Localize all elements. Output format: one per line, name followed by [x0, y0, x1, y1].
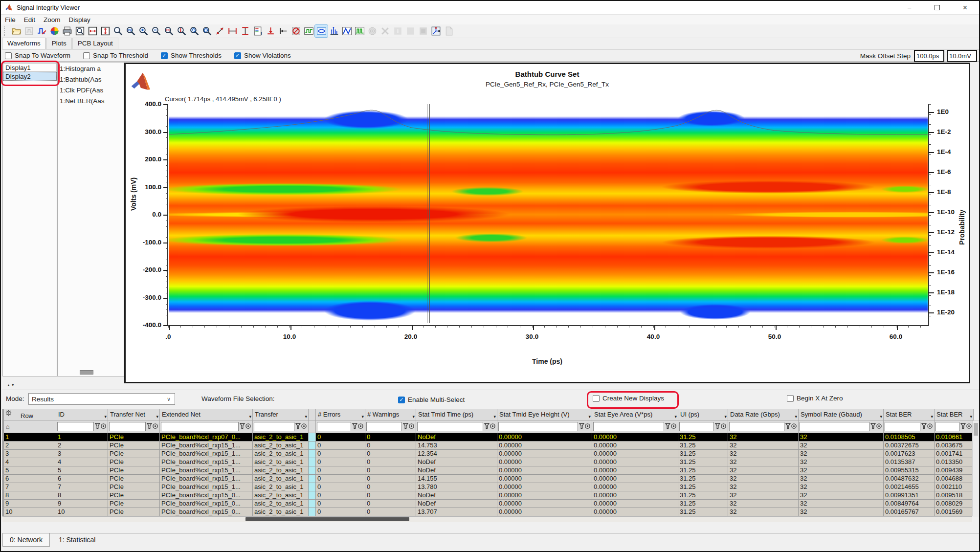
- table-cell[interactable]: 14.753: [416, 442, 497, 450]
- table-cell[interactable]: asic_2_to_asic_1: [253, 475, 309, 483]
- table-cell[interactable]: 0.001741: [935, 450, 974, 458]
- sort-arrow-icon[interactable]: ▾: [249, 414, 251, 420]
- table-cell[interactable]: [309, 491, 316, 500]
- table-cell[interactable]: 1: [4, 433, 56, 442]
- table-cell[interactable]: 7: [56, 483, 108, 491]
- minimize-button[interactable]: –: [895, 1, 923, 14]
- menu-file[interactable]: File: [5, 16, 16, 23]
- table-cell[interactable]: 10: [4, 508, 56, 516]
- table-cell[interactable]: 0.00991351: [884, 491, 935, 500]
- table-cell[interactable]: PCIe: [108, 458, 160, 466]
- filter-funnel-icon[interactable]: [484, 423, 496, 429]
- table-cell[interactable]: 0.00000: [497, 433, 592, 442]
- sort-arrow-icon[interactable]: ▾: [970, 414, 972, 420]
- table-cell[interactable]: 32: [799, 500, 884, 508]
- sort-arrow-icon[interactable]: ▾: [104, 414, 107, 420]
- panel-placeholder-2-icon[interactable]: [417, 25, 429, 37]
- menu-zoom[interactable]: Zoom: [44, 16, 61, 23]
- table-cell[interactable]: 0: [316, 433, 365, 442]
- table-cell[interactable]: asic_2_to_asic_1: [253, 450, 309, 458]
- plot-list-item[interactable]: 1:Histogram a: [58, 63, 124, 74]
- maximize-button[interactable]: [923, 1, 951, 14]
- table-cell[interactable]: 6: [56, 475, 108, 483]
- measurement-report-icon[interactable]: T: [251, 25, 264, 37]
- mask-offset-time-field[interactable]: 100.0ps: [914, 50, 944, 62]
- sort-arrow-icon[interactable]: ▾: [795, 414, 797, 420]
- table-cell[interactable]: 0.002110: [935, 483, 974, 491]
- table-cell[interactable]: 13.780: [416, 483, 497, 491]
- table-cell[interactable]: NoDef: [416, 491, 497, 500]
- filter-input[interactable]: [254, 422, 294, 431]
- table-row[interactable]: 22PCIePCIe_board%cxl_rxp15_1...asic_2_to…: [4, 442, 980, 450]
- column-header-stat-ber[interactable]: Stat BER▾: [935, 409, 974, 420]
- display-item-display2[interactable]: Display2: [3, 72, 57, 81]
- table-cell[interactable]: 0: [316, 442, 365, 450]
- measurement-info-icon[interactable]: i: [391, 25, 404, 37]
- column-header-extended-net[interactable]: Extended Net▾: [160, 409, 253, 420]
- table-cell[interactable]: 32: [799, 458, 884, 466]
- vertical-cursors-icon[interactable]: [239, 25, 251, 37]
- table-cell[interactable]: PCIe_board%cxl_rxp15_0...: [160, 508, 253, 516]
- table-cell[interactable]: 9: [4, 500, 56, 508]
- table-cell[interactable]: PCIe: [108, 442, 160, 450]
- table-cell[interactable]: PCIe: [108, 508, 160, 516]
- table-cell[interactable]: asic_2_to_asic_1: [253, 433, 309, 442]
- close-button[interactable]: ×: [951, 1, 979, 14]
- plot-list-item[interactable]: 1:Bathtub(Aas: [58, 74, 124, 85]
- home-icon[interactable]: ⌂: [5, 423, 10, 430]
- sort-arrow-icon[interactable]: ▾: [880, 414, 882, 420]
- open-session-icon[interactable]: [10, 25, 22, 37]
- table-cell[interactable]: 0: [316, 450, 365, 458]
- table-cell[interactable]: 0.00214655: [884, 483, 935, 491]
- table-cell[interactable]: PCIe_board%cxl_rxp15_1...: [160, 450, 253, 458]
- table-cell[interactable]: [309, 475, 316, 483]
- table-cell[interactable]: 0.0017623: [884, 450, 935, 458]
- table-cell[interactable]: PCIe: [108, 450, 160, 458]
- table-cell[interactable]: 10: [56, 508, 108, 516]
- h-scroll-thumb[interactable]: [245, 517, 409, 521]
- toolbar-grip[interactable]: [4, 26, 7, 36]
- sort-arrow-icon[interactable]: ▾: [588, 414, 591, 420]
- table-cell[interactable]: 31.25: [678, 433, 728, 442]
- align-left-marker-icon[interactable]: [277, 25, 290, 37]
- table-cell[interactable]: 0.00000: [497, 475, 592, 483]
- filter-funnel-icon[interactable]: [785, 423, 797, 429]
- table-cell[interactable]: 6: [4, 475, 56, 483]
- table-cell[interactable]: 32: [728, 458, 799, 466]
- zoom-xy-icon[interactable]: xy: [124, 25, 137, 37]
- table-row[interactable]: 66PCIePCIe_board%cxl_rxp15_1...asic_2_to…: [4, 475, 980, 483]
- table-cell[interactable]: 31.25: [678, 508, 728, 516]
- table-cell[interactable]: 0.00000: [592, 442, 678, 450]
- table-cell[interactable]: 0.004688: [935, 475, 974, 483]
- table-cell[interactable]: PCIe: [108, 483, 160, 491]
- sort-arrow-icon[interactable]: ▾: [931, 414, 933, 420]
- table-cell[interactable]: 0.00000: [592, 475, 678, 483]
- table-row[interactable]: 55PCIePCIe_board%cxl_rxp15_1...asic_2_to…: [4, 466, 980, 475]
- sort-arrow-icon[interactable]: ▾: [305, 414, 307, 420]
- table-cell[interactable]: [309, 508, 316, 516]
- column-header-row[interactable]: Row: [4, 409, 56, 420]
- column-header-stat-ber[interactable]: Stat BER▾: [884, 409, 935, 420]
- table-cell[interactable]: asic_2_to_asic_1: [253, 500, 309, 508]
- table-cell[interactable]: 2: [4, 442, 56, 450]
- table-row[interactable]: 33PCIePCIe_board%cxl_rxp15_1...asic_2_to…: [4, 450, 980, 458]
- filter-funnel-icon[interactable]: [715, 423, 727, 429]
- digital-waveform-view-icon[interactable]: [353, 25, 366, 37]
- sort-arrow-icon[interactable]: ▾: [361, 414, 364, 420]
- table-cell[interactable]: 0.00000: [497, 450, 592, 458]
- filter-input[interactable]: [885, 422, 920, 431]
- table-cell[interactable]: 0: [316, 500, 365, 508]
- filter-input[interactable]: [417, 422, 483, 431]
- table-cell[interactable]: PCIe_board%cxl_rxp07_0...: [160, 433, 253, 442]
- table-row[interactable]: 1010PCIePCIe_board%cxl_rxp15_0...asic_2_…: [4, 508, 980, 516]
- tab-plots[interactable]: Plots: [46, 38, 72, 49]
- table-cell[interactable]: asic_2_to_asic_1: [253, 458, 309, 466]
- mask-offset-voltage-field[interactable]: 10.0mV: [947, 50, 977, 62]
- table-cell[interactable]: 31.25: [678, 458, 728, 466]
- table-cell[interactable]: [309, 483, 316, 491]
- column-header-errors[interactable]: # Errors▾: [316, 409, 365, 420]
- column-header-symbol-rate-gbaud[interactable]: Symbol Rate (Gbaud)▾: [799, 409, 884, 420]
- table-cell[interactable]: 31.25: [678, 475, 728, 483]
- table-cell[interactable]: 31.25: [678, 500, 728, 508]
- column-header-stat-tmid-time-ps[interactable]: Stat Tmid Time (ps)▾: [416, 409, 497, 420]
